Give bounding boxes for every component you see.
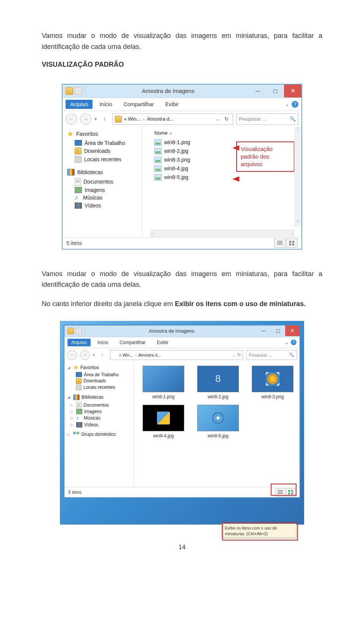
thumbnail-image: [143, 366, 184, 392]
close-button[interactable]: ✕: [285, 325, 300, 336]
sidebar-item-music[interactable]: ♪Músicas: [67, 194, 147, 202]
address-dropdown-icon[interactable]: ⌄: [216, 116, 220, 122]
desktop-background: Amostra de Imagens — ▢ ✕ Arquivo Início …: [60, 321, 304, 525]
address-row: ← → ▾ ↑ « Win... › Amostra d... ⌄ ↻: [64, 348, 300, 362]
sidebar-group-libraries[interactable]: Bibliotecas: [67, 169, 147, 176]
file-thumbnail[interactable]: win8-5.jpg: [196, 405, 240, 438]
star-icon: [73, 365, 78, 370]
help-icon[interactable]: ?: [291, 339, 297, 345]
sidebar-item-documents[interactable]: Documentos: [67, 178, 147, 186]
tree-expand-icon[interactable]: ▷: [67, 432, 71, 436]
tree-collapse-icon[interactable]: ◢: [67, 366, 71, 369]
pane-splitter[interactable]: [133, 362, 134, 487]
ribbon-collapse-icon[interactable]: ⌄: [285, 101, 289, 107]
images-icon: [76, 409, 82, 414]
file-thumbnail[interactable]: win8-4.jpg: [141, 405, 186, 438]
file-thumbnail[interactable]: win8-1.png: [141, 366, 186, 399]
nav-back-button[interactable]: ←: [66, 113, 77, 125]
sidebar-item-downloads[interactable]: Downloads: [67, 378, 136, 384]
address-dropdown-icon[interactable]: ⌄: [232, 352, 235, 357]
svg-rect-8: [278, 492, 283, 492]
refresh-button[interactable]: ↻: [222, 115, 231, 123]
ribbon-tabs: Arquivo Início Compartilhar Exibir ⌄ ?: [64, 337, 300, 348]
breadcrumb-segment[interactable]: Amostra d...: [138, 353, 161, 357]
music-icon: ♪: [75, 195, 80, 201]
sidebar-item-desktop[interactable]: Área de Trabalho: [67, 372, 136, 378]
minimize-button[interactable]: —: [249, 85, 267, 97]
tree-expand-icon[interactable]: ▷: [71, 416, 74, 420]
tab-share[interactable]: Compartilhar: [115, 338, 150, 347]
sidebar-item-videos[interactable]: ▷Vídeos: [67, 422, 136, 428]
address-bar[interactable]: « Win... › Amostra d... ⌄ ↻: [110, 350, 243, 360]
sidebar-item-recent[interactable]: Locais recentes: [67, 384, 136, 391]
column-header-name[interactable]: Nome▴: [154, 130, 297, 138]
breadcrumb-segment[interactable]: Amostra d...: [147, 116, 173, 122]
view-thumbnails-button[interactable]: [286, 488, 296, 497]
tree-expand-icon[interactable]: ▷: [71, 410, 74, 413]
address-bar[interactable]: « Win... › Amostra d... ⌄ ↻: [112, 113, 233, 125]
image-file-icon: [154, 174, 162, 181]
refresh-button[interactable]: ↻: [237, 352, 241, 357]
view-details-button[interactable]: [274, 239, 286, 248]
svg-rect-12: [288, 493, 290, 495]
thumbnail-label: win8-5.jpg: [208, 433, 229, 438]
sidebar-item-music[interactable]: ▷♪Músicas: [67, 415, 136, 422]
help-icon[interactable]: ?: [292, 101, 298, 108]
sidebar-group-favorites[interactable]: ◢Favoritos: [67, 365, 136, 370]
sidebar-group-favorites[interactable]: Favoritos: [67, 131, 147, 137]
ribbon-collapse-icon[interactable]: ⌄: [285, 340, 289, 345]
file-thumbnail[interactable]: 8win8-2.jpg: [196, 366, 240, 399]
search-input[interactable]: Pesquisar ... 🔍: [246, 350, 297, 360]
pane-splitter[interactable]: [142, 127, 143, 237]
sidebar-item-images[interactable]: ▷Imagens: [67, 409, 136, 415]
window-body: Favoritos Área de Trabalho Downloads Loc…: [63, 127, 301, 237]
nav-back-button[interactable]: ←: [67, 350, 77, 360]
tree-expand-icon[interactable]: ▷: [71, 423, 74, 427]
tree-collapse-icon[interactable]: ◢: [67, 395, 71, 399]
file-row[interactable]: win8-5.jpg: [154, 173, 297, 182]
tab-view[interactable]: Exibir: [152, 338, 173, 347]
svg-rect-3: [289, 241, 291, 243]
tooltip: Exibe os itens com o uso de miniaturas. …: [221, 523, 297, 538]
nav-forward-button[interactable]: →: [80, 350, 90, 360]
horizontal-scrollbar[interactable]: ‹›: [150, 230, 295, 237]
breadcrumb-segment[interactable]: « Win...: [119, 353, 133, 357]
sidebar-group-homegroup[interactable]: ▷Grupo doméstico: [67, 432, 136, 437]
sidebar-item-images[interactable]: Imagens: [67, 186, 147, 194]
svg-rect-9: [278, 493, 283, 494]
sidebar-item-documents[interactable]: ▷Documentos: [67, 402, 136, 409]
sidebar-group-libraries[interactable]: ◢Bibliotecas: [67, 394, 136, 400]
nav-recent-caret-icon[interactable]: ▾: [93, 353, 95, 357]
nav-up-button[interactable]: ↑: [98, 350, 107, 360]
maximize-button[interactable]: ▢: [271, 325, 285, 336]
view-thumbnails-button[interactable]: [286, 239, 298, 248]
minimize-button[interactable]: —: [256, 325, 271, 336]
vertical-scrollbar[interactable]: ˄˅: [294, 127, 301, 227]
music-icon: ♪: [76, 415, 82, 421]
sidebar-item-videos[interactable]: Vídeos: [67, 202, 147, 209]
status-item-count: 5 itens: [66, 240, 82, 246]
close-button[interactable]: ✕: [284, 85, 301, 97]
image-file-icon: [154, 148, 162, 154]
tree-expand-icon[interactable]: ▷: [71, 403, 74, 407]
file-thumbnail[interactable]: win8-3.png: [250, 366, 295, 399]
view-details-button[interactable]: [275, 488, 285, 497]
page-number: 14: [42, 544, 322, 551]
sidebar-item-desktop[interactable]: Área de Trabalho: [67, 139, 147, 147]
breadcrumb-segment[interactable]: « Win...: [124, 116, 141, 122]
search-input[interactable]: Pesquisar ... 🔍: [236, 113, 298, 125]
nav-up-button[interactable]: ↑: [100, 115, 109, 124]
sidebar-item-recent[interactable]: Locais recentes: [67, 155, 147, 163]
nav-recent-caret-icon[interactable]: ▾: [94, 116, 97, 122]
maximize-button[interactable]: ▢: [267, 85, 284, 97]
tab-home[interactable]: Início: [93, 338, 113, 347]
tab-file[interactable]: Arquivo: [66, 100, 93, 109]
nav-forward-button[interactable]: →: [80, 113, 91, 125]
thumbnail-label: win8-1.png: [152, 394, 175, 399]
tab-view[interactable]: Exibir: [161, 100, 183, 109]
tab-share[interactable]: Compartilhar: [119, 100, 158, 109]
sidebar-item-downloads[interactable]: Downloads: [67, 147, 147, 155]
tab-file[interactable]: Arquivo: [67, 339, 91, 346]
tab-home[interactable]: Início: [95, 100, 116, 109]
svg-rect-6: [292, 244, 294, 245]
